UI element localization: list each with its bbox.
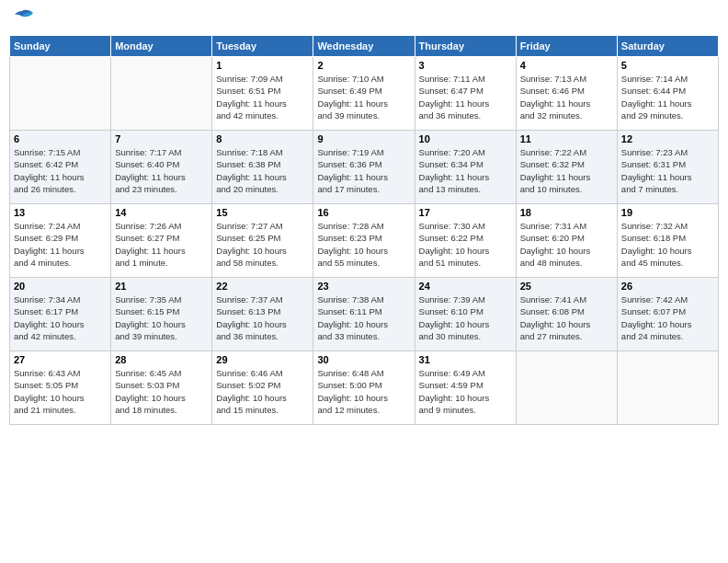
- day-info: Sunrise: 7:38 AM Sunset: 6:11 PM Dayligh…: [317, 293, 410, 342]
- calendar-cell: 1Sunrise: 7:09 AM Sunset: 6:51 PM Daylig…: [212, 57, 313, 131]
- day-number: 8: [216, 133, 309, 144]
- day-info: Sunrise: 7:10 AM Sunset: 6:49 PM Dayligh…: [317, 73, 410, 121]
- calendar-cell: 21Sunrise: 7:35 AM Sunset: 6:15 PM Dayli…: [111, 278, 212, 351]
- calendar-cell: 18Sunrise: 7:31 AM Sunset: 6:20 PM Dayli…: [516, 204, 617, 278]
- calendar-cell: 14Sunrise: 7:26 AM Sunset: 6:27 PM Dayli…: [111, 204, 212, 278]
- calendar-cell: 28Sunrise: 6:45 AM Sunset: 5:03 PM Dayli…: [111, 351, 212, 425]
- day-number: 2: [317, 60, 410, 71]
- page-header: [9, 9, 719, 28]
- day-info: Sunrise: 7:31 AM Sunset: 6:20 PM Dayligh…: [520, 220, 613, 269]
- day-info: Sunrise: 7:22 AM Sunset: 6:32 PM Dayligh…: [520, 146, 613, 195]
- calendar-cell: 4Sunrise: 7:13 AM Sunset: 6:46 PM Daylig…: [516, 57, 617, 131]
- day-number: 31: [419, 354, 512, 365]
- day-number: 18: [520, 207, 613, 218]
- calendar-cell: 25Sunrise: 7:41 AM Sunset: 6:08 PM Dayli…: [516, 278, 617, 351]
- day-info: Sunrise: 7:41 AM Sunset: 6:08 PM Dayligh…: [520, 293, 613, 342]
- weekday-header: Saturday: [617, 36, 718, 57]
- day-info: Sunrise: 7:23 AM Sunset: 6:31 PM Dayligh…: [621, 146, 714, 195]
- calendar-cell: 24Sunrise: 7:39 AM Sunset: 6:10 PM Dayli…: [415, 278, 516, 351]
- day-number: 27: [14, 354, 107, 365]
- day-number: 9: [317, 133, 410, 144]
- day-number: 23: [317, 281, 410, 292]
- day-number: 4: [520, 60, 613, 71]
- weekday-header: Tuesday: [212, 36, 313, 57]
- calendar-cell: 9Sunrise: 7:19 AM Sunset: 6:36 PM Daylig…: [313, 131, 415, 204]
- calendar-cell: 5Sunrise: 7:14 AM Sunset: 6:44 PM Daylig…: [617, 57, 718, 131]
- day-number: 26: [621, 281, 714, 292]
- weekday-header-row: SundayMondayTuesdayWednesdayThursdayFrid…: [10, 36, 719, 57]
- calendar-cell: 15Sunrise: 7:27 AM Sunset: 6:25 PM Dayli…: [212, 204, 313, 278]
- calendar-cell: 2Sunrise: 7:10 AM Sunset: 6:49 PM Daylig…: [313, 57, 415, 131]
- day-number: 13: [14, 207, 107, 218]
- day-info: Sunrise: 7:35 AM Sunset: 6:15 PM Dayligh…: [115, 293, 208, 342]
- day-info: Sunrise: 7:28 AM Sunset: 6:23 PM Dayligh…: [317, 220, 410, 269]
- day-number: 16: [317, 207, 410, 218]
- day-info: Sunrise: 7:11 AM Sunset: 6:47 PM Dayligh…: [419, 73, 512, 121]
- weekday-header: Monday: [111, 36, 212, 57]
- calendar-cell: 23Sunrise: 7:38 AM Sunset: 6:11 PM Dayli…: [313, 278, 415, 351]
- day-number: 24: [419, 281, 512, 292]
- day-number: 30: [317, 354, 410, 365]
- calendar-body: 1Sunrise: 7:09 AM Sunset: 6:51 PM Daylig…: [10, 57, 719, 425]
- calendar-cell: 10Sunrise: 7:20 AM Sunset: 6:34 PM Dayli…: [415, 131, 516, 204]
- calendar-cell: 20Sunrise: 7:34 AM Sunset: 6:17 PM Dayli…: [10, 278, 111, 351]
- day-info: Sunrise: 6:49 AM Sunset: 4:59 PM Dayligh…: [419, 367, 512, 416]
- day-info: Sunrise: 7:27 AM Sunset: 6:25 PM Dayligh…: [216, 220, 309, 269]
- day-info: Sunrise: 7:17 AM Sunset: 6:40 PM Dayligh…: [115, 146, 208, 195]
- day-number: 20: [14, 281, 107, 292]
- day-info: Sunrise: 6:46 AM Sunset: 5:02 PM Dayligh…: [216, 367, 309, 416]
- day-info: Sunrise: 7:30 AM Sunset: 6:22 PM Dayligh…: [419, 220, 512, 269]
- day-number: 1: [216, 60, 309, 71]
- day-number: 25: [520, 281, 613, 292]
- weekday-header: Thursday: [415, 36, 516, 57]
- calendar-cell: 27Sunrise: 6:43 AM Sunset: 5:05 PM Dayli…: [10, 351, 111, 425]
- calendar-week-row: 6Sunrise: 7:15 AM Sunset: 6:42 PM Daylig…: [10, 131, 719, 204]
- day-number: 12: [621, 133, 714, 144]
- day-number: 14: [115, 207, 208, 218]
- calendar-cell: 7Sunrise: 7:17 AM Sunset: 6:40 PM Daylig…: [111, 131, 212, 204]
- day-number: 15: [216, 207, 309, 218]
- day-number: 17: [419, 207, 512, 218]
- weekday-header: Sunday: [10, 36, 111, 57]
- day-info: Sunrise: 7:42 AM Sunset: 6:07 PM Dayligh…: [621, 293, 714, 342]
- calendar-week-row: 1Sunrise: 7:09 AM Sunset: 6:51 PM Daylig…: [10, 57, 719, 131]
- day-info: Sunrise: 7:32 AM Sunset: 6:18 PM Dayligh…: [621, 220, 714, 269]
- calendar-cell: 16Sunrise: 7:28 AM Sunset: 6:23 PM Dayli…: [313, 204, 415, 278]
- logo: [9, 9, 39, 28]
- calendar-cell: 12Sunrise: 7:23 AM Sunset: 6:31 PM Dayli…: [617, 131, 718, 204]
- day-info: Sunrise: 7:20 AM Sunset: 6:34 PM Dayligh…: [419, 146, 512, 195]
- calendar-cell: 11Sunrise: 7:22 AM Sunset: 6:32 PM Dayli…: [516, 131, 617, 204]
- day-info: Sunrise: 6:43 AM Sunset: 5:05 PM Dayligh…: [14, 367, 107, 416]
- calendar-cell: 26Sunrise: 7:42 AM Sunset: 6:07 PM Dayli…: [617, 278, 718, 351]
- calendar-cell: 30Sunrise: 6:48 AM Sunset: 5:00 PM Dayli…: [313, 351, 415, 425]
- calendar-cell: 13Sunrise: 7:24 AM Sunset: 6:29 PM Dayli…: [10, 204, 111, 278]
- calendar-cell: [111, 57, 212, 131]
- weekday-header: Wednesday: [313, 36, 415, 57]
- calendar-week-row: 27Sunrise: 6:43 AM Sunset: 5:05 PM Dayli…: [10, 351, 719, 425]
- day-info: Sunrise: 7:39 AM Sunset: 6:10 PM Dayligh…: [419, 293, 512, 342]
- day-number: 3: [419, 60, 512, 71]
- calendar-week-row: 20Sunrise: 7:34 AM Sunset: 6:17 PM Dayli…: [10, 278, 719, 351]
- day-number: 28: [115, 354, 208, 365]
- calendar-cell: [516, 351, 617, 425]
- calendar-week-row: 13Sunrise: 7:24 AM Sunset: 6:29 PM Dayli…: [10, 204, 719, 278]
- day-info: Sunrise: 6:48 AM Sunset: 5:00 PM Dayligh…: [317, 367, 410, 416]
- day-number: 5: [621, 60, 714, 71]
- calendar-cell: 6Sunrise: 7:15 AM Sunset: 6:42 PM Daylig…: [10, 131, 111, 204]
- day-info: Sunrise: 7:09 AM Sunset: 6:51 PM Dayligh…: [216, 73, 309, 121]
- calendar-cell: [10, 57, 111, 131]
- calendar-cell: 17Sunrise: 7:30 AM Sunset: 6:22 PM Dayli…: [415, 204, 516, 278]
- calendar-cell: 22Sunrise: 7:37 AM Sunset: 6:13 PM Dayli…: [212, 278, 313, 351]
- day-number: 19: [621, 207, 714, 218]
- day-info: Sunrise: 7:37 AM Sunset: 6:13 PM Dayligh…: [216, 293, 309, 342]
- day-number: 11: [520, 133, 613, 144]
- day-info: Sunrise: 7:19 AM Sunset: 6:36 PM Dayligh…: [317, 146, 410, 195]
- weekday-header: Friday: [516, 36, 617, 57]
- logo-bird-icon: [9, 9, 35, 28]
- day-number: 7: [115, 133, 208, 144]
- calendar-cell: 8Sunrise: 7:18 AM Sunset: 6:38 PM Daylig…: [212, 131, 313, 204]
- day-info: Sunrise: 7:13 AM Sunset: 6:46 PM Dayligh…: [520, 73, 613, 121]
- day-info: Sunrise: 7:15 AM Sunset: 6:42 PM Dayligh…: [14, 146, 107, 195]
- calendar-table: SundayMondayTuesdayWednesdayThursdayFrid…: [9, 35, 719, 425]
- calendar-cell: [617, 351, 718, 425]
